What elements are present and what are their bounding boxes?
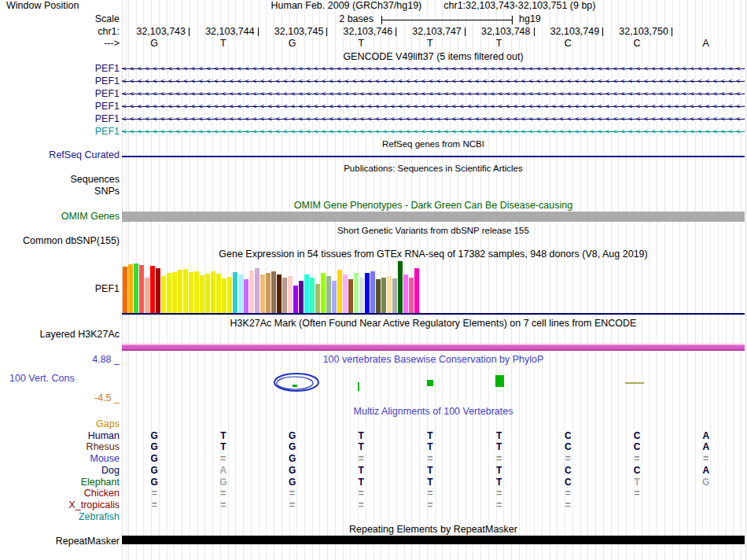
phylop-bar[interactable] xyxy=(625,382,644,384)
gtex-tissue-bar[interactable] xyxy=(271,271,276,313)
alignment-cell[interactable]: T xyxy=(422,466,438,476)
species-label-x-tropicalis[interactable]: X_tropicalis xyxy=(68,500,120,510)
gtex-tissue-bar[interactable] xyxy=(260,274,265,313)
alignment-cell[interactable]: G xyxy=(146,477,162,488)
gtex-tissue-bar[interactable] xyxy=(172,272,177,313)
gencode-gene-model[interactable]: <<<<<<<<<<<<<<<<<<<<<<<<<<<<<<<<<<<<<<<<… xyxy=(122,127,745,138)
gtex-tissue-bar[interactable] xyxy=(337,270,342,313)
phylop-bar[interactable] xyxy=(293,385,297,387)
gtex-tissue-bar[interactable] xyxy=(293,286,298,313)
alignment-cell[interactable]: = xyxy=(560,500,576,510)
omim-genes-bar[interactable] xyxy=(122,212,745,222)
alignment-cell[interactable]: C xyxy=(560,442,576,452)
species-label-dog[interactable]: Dog xyxy=(101,466,120,476)
gtex-tissue-bar[interactable] xyxy=(288,276,293,313)
alignment-cell[interactable]: T xyxy=(629,477,645,488)
alignment-cell[interactable]: = xyxy=(491,454,507,464)
alignment-cell[interactable]: A xyxy=(698,466,714,476)
alignment-cell[interactable]: C xyxy=(560,431,576,441)
gtex-tissue-bar[interactable] xyxy=(266,273,270,313)
alignment-cell[interactable]: A xyxy=(698,431,714,441)
alignment-cell[interactable]: G xyxy=(285,442,300,452)
alignment-cell[interactable]: = xyxy=(285,500,300,510)
gtex-tissue-bar[interactable] xyxy=(326,276,331,313)
alignment-cell[interactable]: G xyxy=(698,477,714,488)
gtex-tissue-bar[interactable] xyxy=(178,270,182,313)
alignment-cell[interactable]: = xyxy=(491,500,507,510)
gtex-tissue-bar[interactable] xyxy=(216,274,221,313)
alignment-cell[interactable]: T xyxy=(353,477,369,488)
phylop-bar[interactable] xyxy=(495,375,504,387)
refseq-gene-line[interactable] xyxy=(122,156,745,157)
gtex-tissue-bar[interactable] xyxy=(354,273,359,313)
alignment-cell[interactable]: = xyxy=(560,454,576,464)
refseq-curated-label[interactable]: RefSeq Curated xyxy=(49,150,120,160)
gtex-tissue-bar[interactable] xyxy=(200,275,204,313)
alignment-cell[interactable]: T xyxy=(491,466,507,476)
gencode-gene-label[interactable]: PEF1 xyxy=(95,127,120,137)
gtex-tissue-bar[interactable] xyxy=(409,278,414,313)
alignment-cell[interactable]: = xyxy=(491,488,507,499)
gtex-tissue-bar[interactable] xyxy=(145,278,149,313)
alignment-cell[interactable]: = xyxy=(146,500,162,510)
phylop-bar[interactable] xyxy=(358,382,359,391)
gtex-tissue-bar[interactable] xyxy=(299,281,304,313)
gtex-tissue-bar[interactable] xyxy=(222,278,226,313)
alignment-cell[interactable]: = xyxy=(422,454,438,464)
gencode-gene-label[interactable]: PEF1 xyxy=(95,76,120,87)
species-label-elephant[interactable]: Elephant xyxy=(81,477,120,488)
gtex-tissue-bar[interactable] xyxy=(134,263,138,313)
alignment-cell[interactable]: T xyxy=(353,466,369,476)
alignment-cell[interactable]: T xyxy=(215,431,231,441)
gtex-tissue-bar[interactable] xyxy=(128,264,133,313)
alignment-cell[interactable]: = xyxy=(560,488,576,499)
alignment-cell[interactable]: = xyxy=(629,488,645,499)
gtex-tissue-bar[interactable] xyxy=(233,272,237,313)
gtex-tissue-bar[interactable] xyxy=(376,279,381,313)
alignment-cell[interactable]: = xyxy=(422,500,438,510)
gtex-tissue-bar[interactable] xyxy=(304,274,309,313)
alignment-cell[interactable]: C xyxy=(629,431,645,441)
gtex-tissue-bar[interactable] xyxy=(227,277,232,313)
gtex-tissue-bar[interactable] xyxy=(277,274,282,313)
alignment-cell[interactable]: G xyxy=(285,477,300,488)
gtex-tissue-bar[interactable] xyxy=(156,268,160,313)
alignment-cell[interactable]: = xyxy=(698,454,714,464)
gencode-gene-model[interactable]: <<<<<<<<<<<<<<<<<<<<<<<<<<<<<<<<<<<<<<<<… xyxy=(122,114,745,125)
gencode-gene-model[interactable]: <<<<<<<<<<<<<<<<<<<<<<<<<<<<<<<<<<<<<<<<… xyxy=(122,64,745,75)
gtex-tissue-bar[interactable] xyxy=(398,261,403,313)
alignment-cell[interactable]: = xyxy=(146,488,162,499)
alignment-cell[interactable]: T xyxy=(422,442,438,452)
alignment-cell[interactable]: C xyxy=(560,466,576,476)
gtex-tissue-bar[interactable] xyxy=(348,279,353,313)
gencode-gene-label[interactable]: PEF1 xyxy=(95,114,120,124)
alignment-cell[interactable]: G xyxy=(215,477,231,488)
alignment-cell[interactable]: T xyxy=(422,431,438,441)
gtex-tissue-bar[interactable] xyxy=(238,274,243,313)
gencode-gene-label[interactable]: PEF1 xyxy=(95,64,120,74)
alignment-cell[interactable]: = xyxy=(353,500,369,510)
gtex-tissue-bar[interactable] xyxy=(211,271,215,313)
alignment-cell[interactable]: = xyxy=(215,500,231,510)
gtex-tissue-bar[interactable] xyxy=(161,276,166,313)
gencode-gene-model[interactable]: <<<<<<<<<<<<<<<<<<<<<<<<<<<<<<<<<<<<<<<<… xyxy=(122,89,745,100)
species-label-chicken[interactable]: Chicken xyxy=(84,488,120,499)
alignment-cell[interactable]: = xyxy=(285,488,300,499)
h3k27ac-signal-bottom[interactable] xyxy=(122,349,745,351)
alignment-cell[interactable]: T xyxy=(491,442,507,452)
gtex-tissue-bar[interactable] xyxy=(167,273,171,313)
alignment-cell[interactable]: G xyxy=(146,454,162,464)
alignment-cell[interactable]: G xyxy=(285,466,300,476)
gtex-tissue-bar[interactable] xyxy=(139,265,144,313)
alignment-cell[interactable]: T xyxy=(353,442,369,452)
alignment-cell[interactable]: = xyxy=(422,488,438,499)
gtex-tissue-bar[interactable] xyxy=(359,278,364,313)
gtex-tissue-bar[interactable] xyxy=(403,274,408,313)
alignment-cell[interactable]: A xyxy=(215,466,231,476)
alignment-cell[interactable]: T xyxy=(422,477,438,488)
alignment-cell[interactable]: A xyxy=(698,442,714,452)
alignment-cell[interactable]: = xyxy=(353,454,369,464)
gtex-tissue-bar[interactable] xyxy=(392,278,397,313)
gtex-tissue-bar[interactable] xyxy=(321,273,326,313)
repeatmasker-bar[interactable] xyxy=(122,536,745,544)
